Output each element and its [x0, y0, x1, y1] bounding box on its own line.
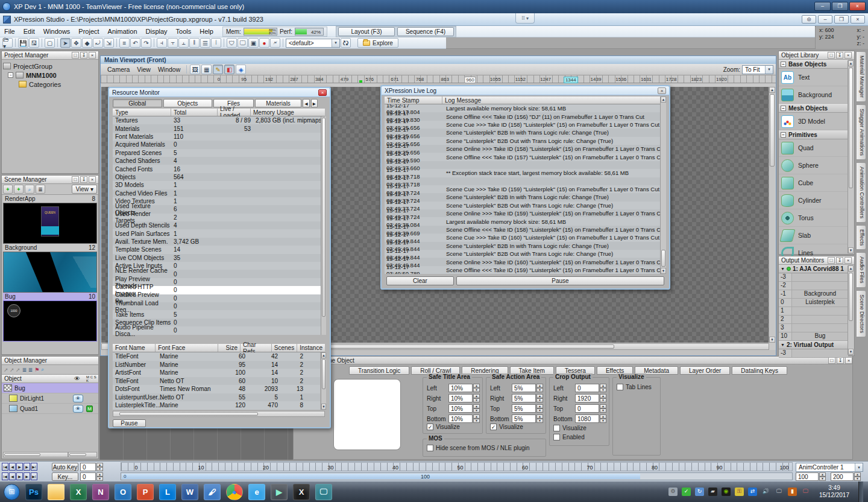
range-start-value[interactable]: 100 [796, 472, 819, 481]
field-input[interactable]: 10% [448, 394, 473, 402]
outlook-icon[interactable]: O [115, 484, 131, 500]
h-scrollbar[interactable] [3, 452, 68, 457]
menu-animation[interactable]: Animation [104, 28, 142, 35]
spinner-icon[interactable]: ▲▼ [473, 415, 480, 423]
scene-item-bug[interactable]: Bug101000 [3, 293, 97, 342]
rm-row[interactable]: Used Render Targets2 [113, 214, 325, 221]
tv-minimize-button[interactable]: – [814, 2, 831, 11]
zoom-combo[interactable]: To Fit▾ [742, 65, 773, 74]
spinner-icon[interactable]: ▲▼ [600, 404, 606, 413]
search-icon[interactable]: ⌕ [25, 185, 34, 194]
frame-icon[interactable]: ▣ [248, 38, 259, 48]
rm-row[interactable]: Acquired Materials0 [113, 141, 325, 148]
object-row-quad1[interactable]: Quad1👁M [2, 404, 98, 414]
pin-icon[interactable]: ↧ [836, 52, 843, 59]
pin-icon[interactable]: ↧ [80, 176, 87, 183]
spinner-icon[interactable]: ▲▼ [600, 415, 606, 423]
volume-icon[interactable]: 🔊 [761, 488, 770, 496]
default-material-combo[interactable]: <default>▾ [286, 39, 340, 48]
close-icon[interactable]: × [844, 257, 852, 264]
spinner-icon[interactable]: ▲▼ [819, 472, 826, 481]
search-icon[interactable]: ⌕ [41, 366, 44, 373]
scroll-down-icon[interactable]: ▼ [848, 247, 854, 253]
rm-row[interactable]: Used Depth Stencils4 [113, 221, 325, 229]
rm-tab-materials[interactable]: Materials [255, 99, 301, 107]
scroll-down-icon[interactable]: ▼ [661, 268, 666, 274]
library-item-text[interactable]: AbText [779, 69, 848, 86]
object-row-dirlight1[interactable]: DirLight1👁 [2, 393, 98, 404]
close-icon[interactable]: × [318, 89, 327, 96]
key-button[interactable]: Key... [52, 472, 78, 481]
spin-up-icon[interactable]: ▲ [473, 415, 480, 419]
scene-thumbnail-background[interactable] [3, 252, 97, 293]
grid-icon[interactable]: ▦ [201, 65, 212, 74]
open-file-icon[interactable]: 🗁▾ [2, 38, 13, 48]
clock[interactable]: 3:4915/12/2017 [814, 485, 854, 499]
field-input[interactable]: 5% [512, 404, 536, 413]
spin-up-icon[interactable]: ▲ [600, 415, 606, 419]
field-input[interactable]: 0 [575, 404, 599, 413]
spacing-icon[interactable]: 𝄁 [211, 38, 221, 48]
collapse-icon[interactable]: − [781, 62, 786, 67]
go-end-icon[interactable]: ▶I [31, 472, 37, 480]
arrow-tools-icon[interactable]: ➚ ➚ ➚ [4, 367, 20, 373]
monitor-layer-row[interactable]: 1 [779, 307, 848, 316]
dock-tab-stagger-animations[interactable]: Stagger Animations [856, 104, 866, 160]
spinner-icon[interactable]: ▲▼ [473, 404, 480, 413]
tv-close-button[interactable]: × [849, 2, 866, 11]
library-item-3d-model[interactable]: ●3D Model [779, 113, 848, 130]
material-refresh-icon[interactable]: 🗘 [341, 38, 351, 48]
scroll-up-icon[interactable]: ▲ [848, 60, 854, 66]
monitors-vscrollbar[interactable]: ▲ ▼ [848, 265, 854, 355]
scene-item-background[interactable]: Background12 [3, 244, 97, 293]
spin-up-icon[interactable]: ▲ [536, 415, 543, 419]
app-close-button[interactable]: × [851, 15, 865, 24]
list-icon[interactable]: ≣ ≣ [22, 367, 33, 373]
font-row[interactable]: TitleFontNetto OT60102 [113, 377, 320, 386]
monitor-layer-row[interactable]: -2 [779, 282, 848, 290]
media-player-icon[interactable]: ▶ [271, 484, 288, 500]
rotate-icon[interactable]: ⤾ [93, 38, 103, 48]
monitor-layer-row[interactable]: 0Luisterplek [779, 299, 848, 307]
rm-row[interactable]: Thumbnail Load Req...0 [113, 302, 325, 310]
sequence-button[interactable]: Sequence (F4) [397, 27, 454, 36]
step-forward-icon[interactable]: ▶ [24, 463, 30, 471]
library-section-mesh-objects[interactable]: −Mesh Objects [779, 104, 848, 113]
distribute-h-icon[interactable]: 𝄃 [189, 38, 200, 48]
close-icon[interactable]: × [844, 52, 852, 59]
spin-down-icon[interactable]: ▼ [600, 388, 606, 392]
step-back-icon[interactable]: ◀ [9, 463, 16, 471]
pin-icon[interactable]: ↧ [837, 357, 844, 364]
object-row-bug[interactable]: Bug [2, 383, 98, 393]
play-icon[interactable]: ▶ [16, 463, 23, 471]
rm-row[interactable]: Textures338 / 892,803 GB (incl. mipmaps) [113, 116, 325, 124]
go-start-icon[interactable]: I◀ [2, 463, 8, 471]
rm-row[interactable]: Cached Shaders4 [113, 157, 325, 165]
font-row[interactable]: LuisterpuntUser...Netto OT5551 [113, 393, 320, 402]
font-vscrollbar[interactable]: ▲ ▼ [321, 352, 326, 410]
key-icon[interactable]: ⚿ [735, 488, 744, 496]
field-input[interactable]: 5% [512, 384, 536, 392]
add-scene-icon[interactable]: + [3, 185, 13, 194]
maximize-panel-icon[interactable]: □ [828, 357, 835, 364]
go-start-icon[interactable]: I◀ [2, 472, 8, 480]
overlay-icon[interactable]: ◧ [224, 65, 234, 74]
maximize-panel-icon[interactable]: □ [72, 176, 79, 183]
snapshot-icon[interactable]: 🖼 [190, 65, 200, 74]
word-icon[interactable]: W [181, 484, 198, 500]
explore-button[interactable]: Explore [357, 38, 398, 48]
scroll-down-icon[interactable]: ▼ [848, 349, 854, 355]
spin-up-icon[interactable]: ▲ [473, 384, 480, 388]
rm-row[interactable]: Objects564 [113, 173, 325, 181]
tab-scroll-left-icon[interactable]: ◂ [303, 99, 309, 107]
dock-tab-effects[interactable]: Effects [856, 225, 866, 250]
align-left-icon[interactable]: ⫞ [157, 38, 167, 48]
hdd-icon[interactable]: ▰ [708, 488, 717, 496]
rm-row[interactable]: Materials15153 [113, 124, 325, 132]
rm-row[interactable]: 3D Models1 [113, 181, 325, 189]
start-button[interactable]: ⊞ [4, 484, 20, 500]
tree-item-projectgroup[interactable]: ProjectGroup [3, 62, 97, 71]
library-item-background[interactable]: Background [779, 86, 848, 104]
spin-down-icon[interactable]: ▼ [536, 408, 543, 413]
tab-lines-checkbox[interactable]: Tab Lines [617, 384, 652, 390]
